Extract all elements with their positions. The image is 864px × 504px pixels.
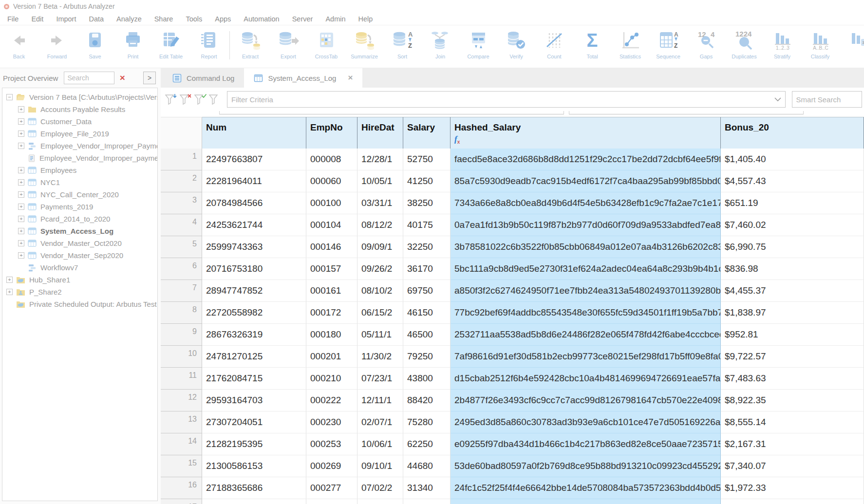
cell-bonus[interactable]: $9,722.57 xyxy=(721,346,864,368)
toolbar-stratify-button[interactable]: 1..2..3Stratify xyxy=(763,25,801,59)
cell-hash[interactable]: 24fc1c52f25f4f4e66642bbe14de5708084ba573… xyxy=(451,477,721,499)
cell-salary[interactable]: 31340 xyxy=(403,477,451,499)
cell-salary[interactable]: 79250 xyxy=(403,346,451,368)
cell-hire[interactable]: 02/07/1 xyxy=(357,411,403,433)
cell-hash[interactable]: 53de60bad80597a0f2b769d8ce95b88bd913210c… xyxy=(451,455,721,477)
cell-bonus[interactable]: $651.19 xyxy=(721,192,864,214)
row-number[interactable]: 15 xyxy=(161,455,202,477)
cell-bonus[interactable]: $6,990.75 xyxy=(721,236,864,258)
menu-analyze[interactable]: Analyze xyxy=(110,15,148,23)
cell-emp[interactable]: 000222 xyxy=(306,390,357,411)
toolbar-report-button[interactable]: Report xyxy=(190,25,228,59)
cell-emp[interactable]: 000008 xyxy=(306,149,357,170)
cell-emp[interactable]: 000157 xyxy=(306,258,357,280)
toolbar-forward-button[interactable]: Forward xyxy=(38,25,76,59)
expand-icon[interactable]: + xyxy=(18,143,24,149)
tree-item-workflowv7[interactable]: +Workflowv7 xyxy=(2,261,157,274)
expand-icon[interactable]: + xyxy=(18,118,24,125)
expand-icon[interactable]: + xyxy=(18,204,24,210)
cell-salary[interactable]: 62250 xyxy=(403,433,451,455)
cell-emp[interactable]: 000230 xyxy=(306,411,357,433)
cell-card[interactable]: 22720558982 xyxy=(202,302,306,324)
close-tab-icon[interactable]: × xyxy=(348,73,353,83)
cell-card[interactable]: 24781270125 xyxy=(202,346,306,368)
row-number[interactable]: 1 xyxy=(161,149,202,170)
toolbar-duplicates-button[interactable]: 1224Duplicates xyxy=(725,25,763,59)
tree-item-accounts-payable-results[interactable]: +Accounts Payable Results xyxy=(2,103,157,115)
tree-item-p-share2[interactable]: +P_Share2 xyxy=(2,286,157,298)
cell-salary[interactable]: 43800 xyxy=(403,368,451,390)
cell-hire[interactable]: 05/11/1 xyxy=(357,324,403,346)
row-number[interactable]: 6 xyxy=(161,258,202,280)
toolbar-save-button[interactable]: Save xyxy=(76,25,114,59)
cell-hire[interactable]: 08/10/2 xyxy=(357,280,403,302)
column-header-hashed-salary[interactable]: Hashed_Salaryfx xyxy=(451,117,721,149)
row-number[interactable]: 11 xyxy=(161,368,202,390)
cell-bonus[interactable]: $836.98 xyxy=(721,258,864,280)
cell-hash[interactable]: d15cbab2512f6b4e592428cbc10a4b4814699694… xyxy=(451,368,721,390)
toolbar-summarize-button[interactable]: Summarize xyxy=(345,25,383,59)
row-number[interactable]: 4 xyxy=(161,214,202,236)
tree-item-customer-data[interactable]: +Customer_Data xyxy=(2,115,157,128)
cell-hire[interactable]: 11/30/2 xyxy=(357,346,403,368)
cell-hire[interactable]: 03/31/1 xyxy=(357,192,403,214)
cell-hire[interactable]: 09/26/2 xyxy=(357,258,403,280)
cell-hash[interactable]: 5bc111a9cb8d9ed5e2730f31ef624a2adec04ea6… xyxy=(451,258,721,280)
row-number[interactable]: 3 xyxy=(161,192,202,214)
filter-criteria-input[interactable]: Filter Criteria xyxy=(227,91,786,108)
smart-search-input[interactable]: Smart Search xyxy=(792,91,862,108)
cell-hire[interactable]: 10/05/1 xyxy=(357,170,403,192)
expand-icon[interactable]: + xyxy=(6,277,13,283)
clear-search-icon[interactable]: × xyxy=(117,73,127,83)
cell-card[interactable]: 21762084715 xyxy=(202,368,306,390)
menu-edit[interactable]: Edit xyxy=(25,15,50,23)
expand-icon[interactable]: + xyxy=(18,167,24,173)
cell-card[interactable]: 29593164703 xyxy=(202,390,306,411)
column-header-hiredat[interactable]: HireDat xyxy=(357,117,403,149)
tree-item-nyc1[interactable]: +NYC1 xyxy=(2,176,157,188)
menu-data[interactable]: Data xyxy=(82,15,110,23)
toolbar-compare-button[interactable]: Compare xyxy=(459,25,497,59)
cell-hire[interactable]: 12/11/1 xyxy=(357,390,403,411)
cell-salary[interactable]: 75280 xyxy=(403,411,451,433)
cell-hash[interactable]: a850f3f2c6274624950f71ee7fbb24ea313a5480… xyxy=(451,280,721,302)
filter-plain-icon[interactable] xyxy=(208,93,222,106)
cell-salary[interactable]: 32250 xyxy=(403,236,451,258)
cell-hash[interactable]: 2532711aa5538ad5b8d6e24486f282e065f478fd… xyxy=(451,324,721,346)
cell-hash[interactable]: e09255f97dba434d1b466c1b4c217b863ed82e8c… xyxy=(451,433,721,455)
menu-server[interactable]: Server xyxy=(286,15,319,23)
toolbar-sort-button[interactable]: AZSort xyxy=(383,25,421,59)
search-input[interactable] xyxy=(64,72,114,84)
cell-emp[interactable]: 000172 xyxy=(306,302,357,324)
menu-file[interactable]: File xyxy=(1,15,25,23)
menu-tools[interactable]: Tools xyxy=(179,15,208,23)
row-number[interactable]: 13 xyxy=(161,411,202,433)
row-number[interactable]: 16 xyxy=(161,477,202,499)
cell-hash[interactable]: 7343a66e8a8cb0ea8d49b6d4f54e5b63428efb1c… xyxy=(451,192,721,214)
cell-hash[interactable]: 3b78581022c6b3522f0b85cbb06849a012e07aa4… xyxy=(451,236,721,258)
toolbar-edit-table-button[interactable]: Edit Table xyxy=(152,25,190,59)
expand-icon[interactable]: + xyxy=(18,131,24,137)
cell-card[interactable]: 24253621744 xyxy=(202,214,306,236)
cell-hire[interactable]: 07/02/2 xyxy=(357,477,403,499)
tree-item-vendor-master-sep2020[interactable]: +Vendor_Master_Sep2020 xyxy=(2,249,157,261)
expand-icon[interactable]: + xyxy=(18,179,24,186)
cell-emp[interactable]: 000161 xyxy=(306,280,357,302)
collapse-panel-button[interactable]: > xyxy=(143,72,156,84)
cell-card[interactable]: 27188365686 xyxy=(202,477,306,499)
cell-hash[interactable]: 2495ed3d85a860c30783ad3b93e9a6cb101ce47e… xyxy=(451,411,721,433)
cell-hire[interactable]: 12/28/1 xyxy=(357,149,403,170)
menu-apps[interactable]: Apps xyxy=(208,15,237,23)
tree-item-hub-share1[interactable]: +Hub_Share1 xyxy=(2,274,157,286)
tree-item-employee-file-2019[interactable]: +Employee_File_2019 xyxy=(2,128,157,140)
cell-emp[interactable]: 000146 xyxy=(306,236,357,258)
cell-emp[interactable]: 000277 xyxy=(306,477,357,499)
tree-item-employees[interactable]: +Employees xyxy=(2,164,157,176)
filter-remove-icon[interactable] xyxy=(179,93,192,106)
expand-icon[interactable]: + xyxy=(18,240,24,246)
cell-card[interactable]: 20784984566 xyxy=(202,192,306,214)
tab-command-log[interactable]: Command Log xyxy=(163,68,244,88)
cell-bonus[interactable]: $952.81 xyxy=(721,324,864,346)
cell-salary[interactable]: 38250 xyxy=(403,192,451,214)
cell-hash[interactable]: faecd5e8ace32d686b8d8dd1251f29c2cc17be2d… xyxy=(451,149,721,170)
